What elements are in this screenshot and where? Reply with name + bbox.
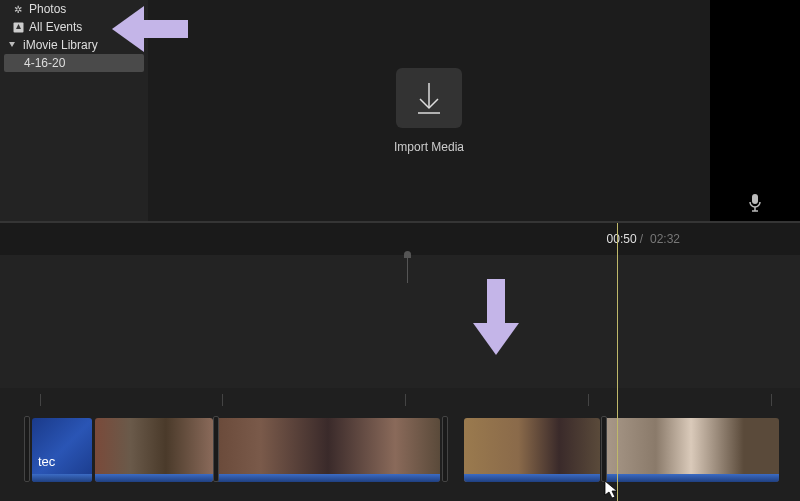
photos-icon: ✲ [12,3,24,15]
timeline-tick [222,394,223,406]
svg-marker-2 [9,42,15,47]
sidebar-item-label: Photos [29,2,66,16]
timeline-clip[interactable] [95,418,213,482]
sidebar-item-label: 4-16-20 [24,56,65,70]
media-browser: Import Media [148,0,710,221]
audio-waveform [603,474,779,482]
clip-edge-handle[interactable] [601,416,607,482]
time-separator: / [640,232,643,246]
current-time: 00:50 [607,232,637,246]
timeline-marker[interactable] [407,255,408,283]
svg-marker-11 [112,6,144,52]
playhead[interactable] [617,223,618,501]
clip-edge-handle[interactable] [24,416,30,482]
timeline-tick [40,394,41,406]
timeline-tick [588,394,589,406]
timecode-bar: 00:50 / 02:32 [0,223,800,255]
total-time: 02:32 [650,232,680,246]
import-media-button[interactable] [396,68,462,128]
timeline-tick [405,394,406,406]
events-icon [12,21,24,33]
audio-waveform [32,474,92,482]
clip-edge-handle[interactable] [442,416,448,482]
microphone-icon[interactable] [747,193,763,217]
audio-waveform [216,474,440,482]
timeline-clip-track[interactable] [0,388,800,501]
mouse-cursor-icon [604,480,618,501]
svg-rect-8 [487,279,505,323]
annotation-arrow-down [470,279,522,361]
svg-marker-9 [473,323,519,355]
import-media-label: Import Media [394,140,464,154]
disclosure-triangle-icon [6,39,18,51]
audio-waveform [95,474,213,482]
clip-edge-handle[interactable] [213,416,219,482]
annotation-arrow-left [110,3,188,59]
timeline-clip[interactable] [603,418,779,482]
timeline-clip[interactable] [32,418,92,482]
svg-marker-12 [605,481,617,498]
download-arrow-icon [415,81,443,115]
sidebar-item-label: All Events [29,20,82,34]
timeline-tick [771,394,772,406]
svg-rect-10 [144,20,188,38]
audio-waveform [464,474,600,482]
preview-pane [710,0,800,221]
timeline-clip[interactable] [464,418,600,482]
timeline-upper-track[interactable] [0,255,800,388]
timeline-clip[interactable] [216,418,440,482]
sidebar-item-label: iMovie Library [23,38,98,52]
svg-rect-5 [752,194,758,204]
